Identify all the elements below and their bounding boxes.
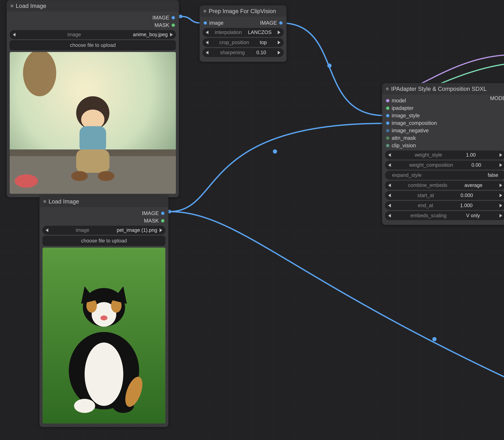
svg-point-4 <box>273 149 277 153</box>
chevron-right-icon[interactable] <box>278 31 280 34</box>
param-label: embeds_scaling <box>410 213 447 219</box>
chevron-left-icon[interactable] <box>206 41 208 44</box>
chevron-right-icon[interactable] <box>500 183 502 187</box>
param-value: 1.00 <box>466 152 476 158</box>
param-label: image <box>76 227 89 233</box>
chevron-left-icon[interactable] <box>388 194 391 197</box>
chevron-right-icon[interactable] <box>500 204 502 207</box>
chevron-left-icon[interactable] <box>388 153 391 157</box>
image-selector[interactable]: image pet_image (1).png <box>42 226 165 234</box>
node-titlebar[interactable]: Prep Image For ClipVision <box>200 5 286 17</box>
node-load-image-2[interactable]: Load Image IMAGE MASK image pet_image (1… <box>39 196 168 427</box>
input-port-ipadapter[interactable] <box>386 106 390 110</box>
node-titlebar[interactable]: Load Image <box>7 0 179 12</box>
chevron-left-icon[interactable] <box>388 163 391 167</box>
param-label: expand_style <box>392 172 422 178</box>
input-label: attn_mask <box>392 135 416 141</box>
image-preview <box>10 52 176 194</box>
param-value: V only <box>466 213 480 219</box>
node-title: Prep Image For ClipVision <box>209 8 276 14</box>
output-label: MASK <box>154 22 169 28</box>
input-port-attn-mask[interactable] <box>386 136 390 140</box>
output-label: IMAGE <box>152 15 169 21</box>
chevron-left-icon[interactable] <box>13 33 15 37</box>
output-label: MASK <box>144 218 159 224</box>
input-port-image-negative[interactable] <box>386 129 390 132</box>
chevron-right-icon[interactable] <box>500 194 502 197</box>
param-label: end_at <box>418 203 433 208</box>
input-label: image <box>209 20 223 26</box>
chevron-left-icon[interactable] <box>388 183 391 187</box>
image-preview <box>42 248 165 424</box>
input-label: image_composition <box>392 120 437 126</box>
param-label: sharpening <box>220 50 245 55</box>
chevron-left-icon[interactable] <box>388 204 391 207</box>
chevron-left-icon[interactable] <box>46 228 48 232</box>
collapse-dot-icon[interactable] <box>43 200 46 203</box>
param-label: combine_embeds <box>408 182 447 188</box>
svg-point-14 <box>71 171 88 181</box>
node-ipadapter-style-composition[interactable]: IPAdapter Style & Composition SDXL MODEL… <box>382 83 504 225</box>
param-value: top <box>260 40 267 45</box>
node-prep-clipvision[interactable]: Prep Image For ClipVision image IMAGE in… <box>200 5 287 62</box>
input-label: ipadapter <box>392 105 414 111</box>
interpolation-widget[interactable]: interpolation LANCZOS <box>203 28 284 37</box>
combine-embeds-widget[interactable]: combine_embeds average <box>385 181 504 190</box>
chevron-left-icon[interactable] <box>206 31 208 34</box>
chevron-right-icon[interactable] <box>278 41 280 44</box>
param-value: 1.000 <box>460 203 473 208</box>
param-value: anime_boy.jpeg <box>133 32 168 37</box>
chevron-right-icon[interactable] <box>500 214 502 218</box>
chevron-right-icon[interactable] <box>170 33 173 37</box>
svg-point-2 <box>327 64 331 68</box>
collapse-dot-icon[interactable] <box>386 87 389 90</box>
node-load-image-1[interactable]: Load Image IMAGE MASK image anime_boy.jp… <box>7 0 179 197</box>
chevron-right-icon[interactable] <box>278 51 280 55</box>
input-port-image[interactable] <box>204 21 207 25</box>
param-label: weight_style <box>415 152 442 158</box>
chevron-left-icon[interactable] <box>206 51 208 55</box>
crop-position-widget[interactable]: crop_position top <box>203 38 284 47</box>
input-port-clip-vision[interactable] <box>386 144 390 147</box>
svg-rect-13 <box>76 150 109 173</box>
input-label: image_style <box>392 113 420 119</box>
output-port-mask[interactable] <box>171 23 175 27</box>
output-port-image[interactable] <box>279 21 283 25</box>
sharpening-widget[interactable]: sharpening 0.10 <box>203 48 284 57</box>
chevron-right-icon[interactable] <box>160 228 162 232</box>
node-titlebar[interactable]: Load Image <box>40 196 168 207</box>
input-port-image-composition[interactable] <box>386 121 390 125</box>
param-label: start_at <box>417 192 434 198</box>
node-titlebar[interactable]: IPAdapter Style & Composition SDXL <box>382 83 504 95</box>
input-port-image-style[interactable] <box>386 114 390 117</box>
param-value: average <box>464 182 482 188</box>
chevron-right-icon[interactable] <box>500 153 502 157</box>
output-port-image[interactable] <box>171 16 175 20</box>
upload-label: choose file to upload <box>70 42 116 48</box>
expand-style-widget[interactable]: expand_style false <box>385 171 504 179</box>
weight-style-widget[interactable]: weight_style 1.00 <box>385 151 504 159</box>
start-at-widget[interactable]: start_at 0.000 <box>385 191 504 200</box>
node-title: IPAdapter Style & Composition SDXL <box>391 86 487 92</box>
input-port-model[interactable] <box>386 99 390 103</box>
node-graph-canvas[interactable]: Load Image IMAGE MASK image anime_boy.jp… <box>0 0 504 440</box>
embeds-scaling-widget[interactable]: embeds_scaling V only <box>385 211 504 220</box>
param-value: LANCZOS <box>248 29 272 35</box>
upload-label: choose file to upload <box>81 238 127 244</box>
output-port-mask[interactable] <box>161 219 164 223</box>
chevron-right-icon[interactable] <box>500 163 502 167</box>
param-value: pet_image (1).png <box>117 227 157 233</box>
collapse-dot-icon[interactable] <box>11 4 14 7</box>
collapse-dot-icon[interactable] <box>204 10 206 13</box>
upload-button[interactable]: choose file to upload <box>42 236 165 246</box>
weight-composition-widget[interactable]: weight_composition 0.00 <box>385 161 504 169</box>
image-selector[interactable]: image anime_boy.jpeg <box>10 30 176 39</box>
input-label: model <box>392 98 406 104</box>
chevron-left-icon[interactable] <box>388 214 391 218</box>
svg-point-0 <box>179 14 182 18</box>
svg-rect-12 <box>80 126 106 153</box>
input-label: clip_vision <box>392 143 416 149</box>
end-at-widget[interactable]: end_at 1.000 <box>385 201 504 210</box>
upload-button[interactable]: choose file to upload <box>10 40 176 50</box>
output-port-image[interactable] <box>161 211 164 215</box>
